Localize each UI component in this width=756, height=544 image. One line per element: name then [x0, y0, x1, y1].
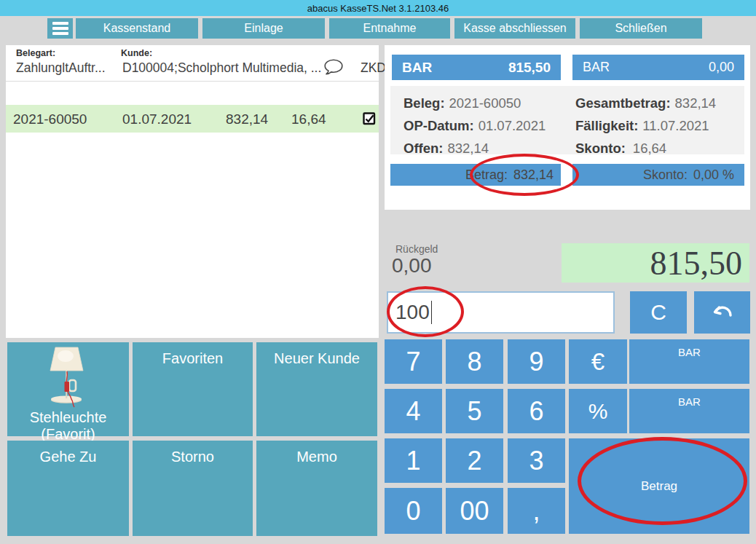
beleg-label: Beleg:: [403, 95, 445, 111]
belegart-value[interactable]: ZahlungltAuftr...: [16, 60, 106, 76]
faelligkeit-value: 11.07.2021: [642, 118, 709, 134]
key-8[interactable]: 8: [446, 339, 503, 384]
key-label: ,: [532, 496, 540, 527]
key-label: €: [591, 348, 605, 376]
tile-label: Favoriten: [133, 350, 253, 367]
op-datum-label: OP-Datum:: [403, 118, 474, 134]
row-beleg: 2021-60050: [13, 111, 87, 127]
key-euro[interactable]: €: [569, 339, 627, 384]
row-betrag: 832,14: [226, 111, 268, 127]
toolbar-label: Entnahme: [363, 22, 417, 35]
undo-button[interactable]: [694, 291, 750, 334]
betrag-amount-bar[interactable]: Betrag: 832,14: [390, 164, 561, 186]
key-00[interactable]: 00: [446, 488, 503, 534]
tile-label: Stehleuchte (Favorit): [7, 409, 129, 443]
payment-tab-amount: 0,00: [709, 60, 734, 75]
key-percent[interactable]: %: [569, 389, 627, 433]
betrag-bar-value: 832,14: [513, 167, 554, 183]
tile-label: Storno: [133, 449, 253, 465]
tile-stehleuchte-favorit[interactable]: Stehleuchte (Favorit): [7, 342, 129, 436]
gesamtbetrag-value: 832,14: [675, 95, 717, 111]
key-label: 9: [529, 347, 543, 377]
invoice-info-box: Beleg:2021-60050 OP-Datum:01.07.2021 Off…: [390, 86, 744, 154]
toolbar-button-schliessen[interactable]: Schließen: [580, 18, 702, 39]
key-label: 5: [467, 396, 481, 427]
amount-input-value: 100: [395, 301, 430, 324]
key-2[interactable]: 2: [446, 438, 503, 483]
comment-bubble-icon[interactable]: [324, 59, 343, 76]
betrag-button[interactable]: Betrag: [569, 438, 749, 534]
tile-memo[interactable]: Memo: [256, 441, 377, 536]
hamburger-icon: [52, 22, 68, 35]
zkd-code: ZKD: [361, 60, 386, 76]
tile-favoriten[interactable]: Favoriten: [133, 342, 253, 436]
faelligkeit-label: Fälligkeit:: [575, 118, 638, 134]
kunde-value[interactable]: D100004;Scholphort Multimedia, ...: [122, 60, 321, 76]
key-label: 6: [529, 396, 543, 427]
key-label: 1: [406, 446, 420, 476]
toolbar-label: Schließen: [615, 22, 666, 35]
key-label: BAR: [678, 346, 701, 358]
key-bar-mid[interactable]: BAR: [629, 389, 749, 433]
kunde-label: Kunde:: [121, 48, 152, 58]
tile-label: Memo: [256, 449, 377, 465]
header-divider: [6, 81, 379, 82]
info-right-column: Gesamtbetrag:832,14 Fälligkeit:11.07.202…: [575, 92, 716, 159]
beleg-value: 2021-60050: [449, 95, 521, 111]
key-label: 4: [406, 396, 420, 427]
payment-tab-bar-secondary[interactable]: BAR 0,00: [572, 55, 744, 80]
key-label: BAR: [678, 395, 701, 408]
key-comma[interactable]: ,: [508, 488, 565, 534]
key-5[interactable]: 5: [446, 389, 503, 433]
payment-tab-label: BAR: [402, 60, 432, 76]
tile-neuer-kunde[interactable]: Neuer Kunde: [256, 342, 377, 436]
open-item-row[interactable]: 2021-60050 01.07.2021 832,14 16,64: [6, 105, 379, 133]
tile-gehe-zu[interactable]: Gehe Zu: [7, 441, 129, 536]
skonto-bar-value: 0,00 %: [693, 167, 734, 183]
menu-button[interactable]: [47, 18, 73, 39]
clear-button[interactable]: C: [630, 291, 687, 334]
amount-display: 815,50: [562, 243, 749, 283]
app-window: { "window": { "title": "abacus KasseTS.N…: [0, 0, 756, 544]
skonto-label: Skonto:: [575, 141, 626, 157]
payment-tab-label: BAR: [583, 60, 610, 75]
row-datum: 01.07.2021: [122, 111, 192, 127]
key-3[interactable]: 3: [508, 438, 565, 483]
betrag-bar-label: Betrag:: [465, 167, 508, 183]
key-1[interactable]: 1: [385, 438, 442, 483]
amount-input[interactable]: 100: [387, 291, 615, 334]
rueckgeld-label: Rückgeld: [395, 243, 438, 255]
tile-label: Neuer Kunde: [256, 350, 377, 367]
toolbar-label: Einlage: [244, 22, 283, 35]
key-7[interactable]: 7: [385, 339, 442, 384]
key-9[interactable]: 9: [508, 339, 565, 384]
checked-checkbox-icon[interactable]: [363, 112, 376, 125]
skonto-amount-bar[interactable]: Skonto: 0,00 %: [572, 164, 744, 186]
skonto-bar-label: Skonto:: [643, 167, 688, 183]
key-label: Betrag: [641, 479, 677, 494]
key-4[interactable]: 4: [385, 389, 442, 433]
payment-tab-bar-active[interactable]: BAR 815,50: [392, 55, 561, 80]
toolbar-button-entnahme[interactable]: Entnahme: [329, 18, 450, 39]
toolbar-button-kasse-abschliessen[interactable]: Kasse abschliessen: [454, 18, 575, 39]
offen-label: Offen:: [403, 141, 443, 157]
tile-label: Gehe Zu: [7, 449, 129, 465]
row-skonto: 16,64: [291, 111, 326, 127]
key-0[interactable]: 0: [385, 488, 442, 534]
toolbar-button-kassenstand[interactable]: Kassenstand: [76, 18, 198, 39]
key-label: %: [588, 399, 608, 424]
payment-panel: BAR 815,50 BAR 0,00 Beleg:2021-60050 OP-…: [385, 45, 750, 210]
key-label: 3: [529, 446, 543, 476]
app-title: abacus KasseTS.Net 3.1.2103.46: [307, 3, 449, 14]
key-label: 2: [467, 446, 481, 476]
clear-button-label: C: [650, 300, 666, 325]
document-panel: Belegart: ZahlungltAuftr... Kunde: D1000…: [6, 45, 379, 338]
key-6[interactable]: 6: [508, 389, 565, 433]
key-bar-top[interactable]: BAR: [629, 339, 749, 384]
toolbar-button-einlage[interactable]: Einlage: [202, 18, 325, 39]
payment-tab-amount: 815,50: [508, 60, 551, 76]
op-datum-value: 01.07.2021: [479, 118, 546, 134]
key-label: 8: [467, 347, 481, 377]
tile-storno[interactable]: Storno: [133, 441, 253, 536]
toolbar-label: Kasse abschliessen: [463, 22, 566, 35]
